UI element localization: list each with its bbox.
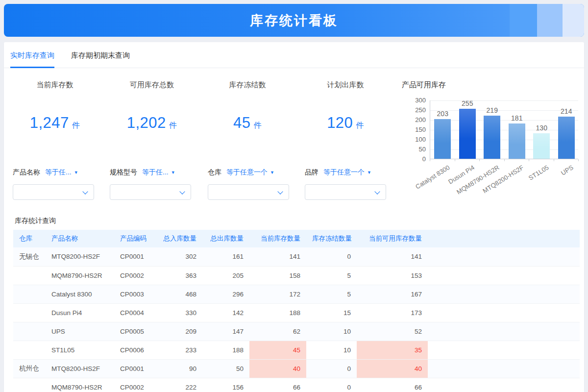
inventory-table: 仓库产品名称产品编码总入库数量总出库数量当前库存数量库存冻结数量当前可用库存数量… xyxy=(13,230,580,392)
warehouse-cell xyxy=(13,378,46,392)
kpi-card-3: 库存冻结数45件 xyxy=(201,80,294,132)
filter-label: 产品名称 xyxy=(13,168,40,176)
kpi-unit: 件 xyxy=(253,121,262,129)
filter-value-select[interactable] xyxy=(208,184,289,200)
chart-bar-UPS xyxy=(558,117,575,159)
chevron-down-icon xyxy=(82,189,88,194)
tab-bar: 实时库存查询库存期初期末查询 xyxy=(4,42,584,68)
triangle-down-icon: ▼ xyxy=(171,170,175,175)
table-cell: ST1L05 xyxy=(46,341,114,359)
table-cell: MTQ8200-HS2F xyxy=(46,359,114,378)
table-cell: UPS xyxy=(46,322,114,341)
chart-title: 产品可用库存 xyxy=(402,80,446,90)
filter-operator-dropdown[interactable]: 等于任意一个▼ xyxy=(226,168,274,176)
filler-cell xyxy=(428,322,580,341)
filler-cell xyxy=(428,378,580,392)
filter-operator-dropdown[interactable]: 等于任意一个▼ xyxy=(323,168,371,176)
kpi-value: 1,202件 xyxy=(105,114,198,132)
table-row: 无锡仓MTQ8200-HS2FCP00013021611410141 xyxy=(13,247,580,266)
column-header-filler xyxy=(428,230,580,247)
table-cell: MTQ8200-HS2F xyxy=(46,247,114,266)
filter-value-select[interactable] xyxy=(305,184,386,200)
kpi-card-2: 可用库存总数1,202件 xyxy=(105,80,198,132)
table-cell: 363 xyxy=(157,266,202,285)
chart-bar-ST1L05 xyxy=(533,133,550,159)
table-cell: CP0005 xyxy=(114,322,157,341)
table-cell: 141 xyxy=(249,247,306,266)
table-cell: 50 xyxy=(202,359,249,378)
filter-label-row: 仓库等于任意一个▼ xyxy=(208,168,289,177)
table-cell: 188 xyxy=(202,341,249,359)
kpi-label: 计划出库数 xyxy=(299,80,392,90)
table-row: UPSCP0005209147621052 xyxy=(13,322,580,341)
filler-cell xyxy=(428,359,580,378)
table-cell: 153 xyxy=(357,266,428,285)
table-cell: 10 xyxy=(306,341,357,359)
filter-label-row: 产品名称等于任...▼ xyxy=(13,168,94,177)
table-cell: 45 xyxy=(249,341,306,359)
chart-bar-value-label: 130 xyxy=(527,124,556,132)
filter-group-3: 仓库等于任意一个▼ xyxy=(208,168,289,200)
kpi-value: 120件 xyxy=(299,114,392,132)
kpi-card-1: 当前库存数1,247件 xyxy=(8,80,101,132)
chart-gridline xyxy=(430,140,578,140)
filter-operator-dropdown[interactable]: 等于任...▼ xyxy=(45,168,78,176)
table-cell: 188 xyxy=(249,303,306,322)
x-axis-tick xyxy=(455,159,455,161)
filler-cell xyxy=(428,247,580,266)
warehouse-cell: 杭州仓 xyxy=(13,359,46,378)
filter-value-select[interactable] xyxy=(110,184,191,200)
table-cell: 172 xyxy=(249,285,306,303)
table-cell: CP0003 xyxy=(114,285,157,303)
table-cell: 147 xyxy=(202,322,249,341)
warehouse-cell xyxy=(13,266,46,285)
table-cell: 15 xyxy=(306,303,357,322)
table-cell: CP0001 xyxy=(114,359,157,378)
table-cell: 40 xyxy=(249,359,306,378)
tab-realtime-inventory[interactable]: 实时库存查询 xyxy=(10,51,54,68)
filter-label-row: 品牌等于任意一个▼ xyxy=(305,168,386,177)
table-cell: 468 xyxy=(157,285,202,303)
chart-bar-MQM8790-HS2R xyxy=(484,116,500,159)
table-header-row: 仓库产品名称产品编码总入库数量总出库数量当前库存数量库存冻结数量当前可用库存数量 xyxy=(13,230,580,247)
filter-value-select[interactable] xyxy=(13,184,94,200)
x-axis-tick xyxy=(578,159,579,161)
chevron-down-icon xyxy=(179,189,185,194)
table-cell: 173 xyxy=(357,303,428,322)
y-axis-tick-label: 100 xyxy=(406,136,426,143)
table-cell: CP0002 xyxy=(114,266,157,285)
chart-bar-Dusun Pi4 xyxy=(459,109,476,159)
chart-bar-MTQ8200-HS2F xyxy=(509,123,525,159)
chevron-down-icon xyxy=(277,189,283,194)
x-axis-tick xyxy=(479,159,480,161)
table-cell: 35 xyxy=(357,341,428,359)
y-axis-tick-label: 200 xyxy=(406,116,426,123)
table-cell: 0 xyxy=(306,359,357,378)
filter-label: 规格型号 xyxy=(110,168,137,176)
kpi-unit: 件 xyxy=(356,121,364,129)
kpi-label: 可用库存总数 xyxy=(105,80,198,90)
filler-cell xyxy=(428,285,580,303)
filler-cell xyxy=(428,266,580,285)
x-axis-category-label: MQM8790-HS2R xyxy=(455,164,501,196)
warehouse-cell xyxy=(13,285,46,303)
filter-operator-dropdown[interactable]: 等于任...▼ xyxy=(142,168,175,176)
main-panel: 实时库存查询库存期初期末查询 当前库存数1,247件可用库存总数1,202件库存… xyxy=(4,42,584,392)
column-header-1: 仓库 xyxy=(13,230,46,247)
x-axis-category-label: Catalyst 8300 xyxy=(414,164,451,191)
warehouse-cell: 无锡仓 xyxy=(13,247,46,266)
chart-bar-value-label: 219 xyxy=(477,106,507,114)
table-cell: Dusun Pi4 xyxy=(46,303,114,322)
table-row: Catalyst 8300CP00034682961725167 xyxy=(13,285,580,303)
table-cell: 167 xyxy=(357,285,428,303)
table-cell: CP0006 xyxy=(114,341,157,359)
x-axis-tick xyxy=(554,159,554,161)
table-cell: 66 xyxy=(249,378,306,392)
table-row: ST1L05CP0006233188451035 xyxy=(13,341,580,359)
table-cell: 330 xyxy=(157,303,202,322)
table-cell: 52 xyxy=(357,322,428,341)
filler-cell xyxy=(428,303,580,322)
tab-period-inventory[interactable]: 库存期初期末查询 xyxy=(71,51,130,67)
filter-group-4: 品牌等于任意一个▼ xyxy=(305,168,386,200)
triangle-down-icon: ▼ xyxy=(74,170,78,175)
